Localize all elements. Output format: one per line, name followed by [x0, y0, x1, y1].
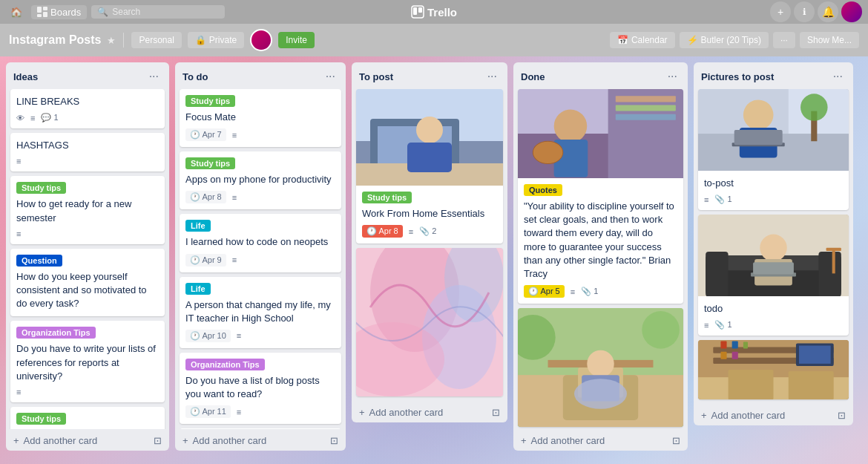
list-menu-todo[interactable]: ··· [323, 68, 338, 85]
card-woman-outside[interactable] [518, 308, 683, 427]
svg-rect-62 [720, 342, 726, 349]
lines-icon: ≡ [237, 331, 241, 340]
plus-icon: + [521, 435, 527, 446]
svg-rect-24 [616, 114, 676, 120]
private-button[interactable]: 🔒 Private [188, 32, 244, 48]
plus-icon: + [183, 435, 188, 446]
board-avatar[interactable] [250, 29, 272, 51]
card-references[interactable]: Organization Tips Do you have to write y… [10, 321, 165, 402]
card-consistent[interactable]: Question How do you keep yourself consis… [10, 249, 165, 317]
card-due: 🕐 Apr 9 [185, 254, 226, 267]
card-due: 🕐 Apr 8 [185, 191, 226, 203]
template-icon: ⊡ [838, 410, 846, 421]
plus-icon: + [13, 435, 19, 446]
boards-button[interactable]: Boards [31, 5, 87, 19]
list-done: Done ··· [513, 62, 688, 451]
card-apps-productivity[interactable]: Study tips Apps on my phone for producti… [180, 151, 341, 209]
clip-icon: 📎 1 [714, 320, 731, 330]
card-marble[interactable] [356, 248, 503, 396]
butler-icon: ⚡ [687, 35, 698, 45]
svg-rect-5 [413, 7, 417, 15]
svg-rect-51 [818, 252, 841, 296]
lists-container: Ideas ··· LINE BREAKS 👁 ≡ 💬 1 HASHTAGS ≡ [0, 56, 868, 464]
card-blog-list[interactable]: Organization Tips Do you have a list of … [180, 353, 341, 424]
card-meta: 🕐 Apr 11 ≡ [185, 405, 335, 418]
add-card-pictures[interactable]: + Add another card ⊡ [694, 405, 853, 425]
svg-rect-66 [732, 352, 738, 359]
list-menu-topost[interactable]: ··· [484, 68, 500, 85]
calendar-button[interactable]: 📅 Calendar [610, 32, 675, 48]
svg-rect-55 [753, 262, 794, 274]
card-focus-mate[interactable]: Study tips Focus Mate 🕐 Apr 7 ≡ [180, 89, 341, 147]
card-new-semester[interactable]: Study tips How to get ready for a new se… [10, 176, 165, 244]
star-button[interactable]: ★ [107, 35, 116, 46]
card-title: How do you keep yourself consistent and … [16, 270, 159, 311]
list-menu-done[interactable]: ··· [665, 68, 680, 85]
card-neopets[interactable]: Life I learned how to code on neopets 🕐 … [180, 214, 341, 272]
card-title: I learned how to code on neopets [185, 235, 335, 249]
card-due: 🕐 Apr 5 [524, 285, 565, 298]
card-title: Focus Mate [185, 111, 335, 124]
divider [123, 33, 124, 48]
add-card-topost[interactable]: + Add another card ⊡ [352, 402, 507, 422]
card-to-post-pic[interactable]: to-post ≡ 📎 1 [698, 89, 849, 210]
card-meta: ≡ [16, 229, 159, 238]
card-wfh-essentials[interactable]: Study tips Work From Home Essentials 🕐 A… [356, 89, 503, 244]
lines-icon: ≡ [16, 157, 21, 166]
lock-icon: 🔒 [195, 35, 206, 45]
list-title-ideas: Ideas [13, 71, 38, 82]
card-cafe-pic[interactable] [698, 340, 849, 399]
create-button[interactable]: + [770, 1, 791, 22]
card-line-breaks[interactable]: LINE BREAKS 👁 ≡ 💬 1 [10, 89, 165, 128]
show-menu-button[interactable]: ··· [773, 32, 795, 48]
nav-right: + ℹ 🔔 [770, 1, 862, 22]
svg-point-35 [574, 379, 627, 409]
lines-icon: ≡ [409, 227, 413, 236]
card-it-teacher[interactable]: Life A person that changed my life, my I… [180, 277, 341, 348]
add-card-todo[interactable]: + Add another card ⊡ [175, 431, 346, 451]
card-title: todo [704, 302, 843, 316]
card-gandhi-quote[interactable]: Quotes "The future depends on what you d… [180, 428, 341, 429]
template-icon: ⊡ [672, 435, 680, 446]
svg-rect-46 [734, 130, 783, 145]
card-meta: 🕐 Apr 5 ≡ 📎 1 [524, 285, 677, 298]
notifications-button[interactable]: 🔔 [818, 1, 838, 22]
invite-button[interactable]: Invite [278, 32, 315, 48]
svg-rect-13 [407, 143, 452, 172]
list-cards-ideas: LINE BREAKS 👁 ≡ 💬 1 HASHTAGS ≡ Study tip… [6, 89, 169, 429]
svg-rect-1 [43, 7, 47, 10]
card-todo-pic[interactable]: todo ≡ 📎 1 [698, 215, 849, 336]
search-bar[interactable]: 🔍 Search [91, 5, 225, 19]
card-hashtags[interactable]: HASHTAGS ≡ [10, 133, 165, 171]
template-icon: ⊡ [154, 435, 162, 446]
template-icon: ⊡ [492, 407, 500, 418]
user-avatar[interactable] [841, 1, 862, 22]
card-label: Study tips [362, 192, 412, 203]
list-title-topost: To post [359, 71, 393, 82]
list-cards-topost: Study tips Work From Home Essentials 🕐 A… [352, 89, 507, 401]
list-cards-done: Quotes "Your ability to discipline yours… [513, 89, 688, 429]
card-title: "Your ability to discipline yourself to … [524, 200, 677, 281]
butler-button[interactable]: ⚡ Butler (20 Tips) [680, 32, 769, 48]
add-card-done[interactable]: + Add another card ⊡ [513, 431, 688, 451]
personal-button[interactable]: Personal [131, 32, 181, 48]
list-title-pictures: Pictures to post [701, 71, 774, 82]
card-tracy-quote[interactable]: Quotes "Your ability to discipline yours… [518, 89, 683, 304]
list-menu-pictures[interactable]: ··· [830, 68, 846, 85]
svg-rect-21 [608, 89, 683, 178]
svg-rect-56 [826, 248, 841, 251]
home-button[interactable]: 🏠 [6, 1, 27, 22]
show-menu-label-btn[interactable]: Show Me... [800, 32, 859, 48]
card-breaks[interactable]: Study tips Breaks (Ruby Granger video) ≡ [10, 407, 165, 429]
card-title: HASHTAGS [16, 139, 159, 152]
card-meta: 👁 ≡ 💬 1 [16, 113, 159, 122]
svg-rect-2 [43, 12, 47, 17]
svg-rect-71 [799, 346, 831, 364]
add-card-ideas[interactable]: + Add another card ⊡ [6, 431, 169, 451]
info-button[interactable]: ℹ [794, 1, 815, 22]
card-title: Breaks (Ruby Granger video) [16, 428, 159, 429]
card-label: Life [185, 220, 211, 232]
card-title: How to get ready for a new semester [16, 197, 159, 224]
list-menu-ideas[interactable]: ··· [146, 68, 162, 85]
lines-icon: ≡ [30, 114, 35, 122]
